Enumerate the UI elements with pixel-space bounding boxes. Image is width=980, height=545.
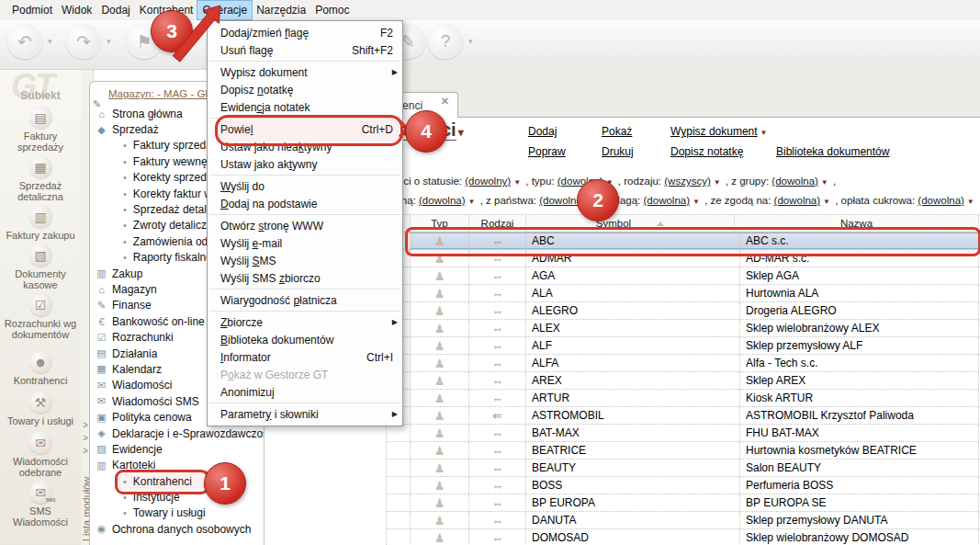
menu-item-wyslij-sms[interactable]: Wyślij SMS — [208, 252, 402, 269]
filter-value[interactable]: (dowolna) — [644, 195, 691, 206]
table-row-danuta[interactable]: ♟⇔DANUTASklep przemysłowy DANUTA — [387, 512, 979, 529]
action-link-popraw[interactable]: Popraw — [528, 145, 566, 158]
annotation-badge-4: 4 — [405, 110, 447, 153]
menu-item-wyslij-sms-zbiorczo[interactable]: Wyślij SMS zbiorczo — [208, 269, 402, 287]
sidebar-item-label: kasowe — [23, 279, 57, 290]
table-row-domosad[interactable]: ♟⇔DOMOSADSklep wielobranżowy DOMOSAD — [387, 529, 979, 545]
sidebar-item-wiadomosci-odebrane[interactable]: ✉Wiadomościodebrane — [0, 431, 81, 481]
filter-value[interactable]: (wszyscy) — [664, 176, 710, 187]
sidebar-item-rozrachunki-wg-dokumentow[interactable]: ☑Rozrachunki wgdokumentów — [0, 293, 81, 350]
filter-value[interactable]: (dowolna) — [918, 195, 964, 206]
menu-item-dodaj-na-podstawie[interactable]: Dodaj na podstawie — [208, 195, 402, 212]
menu-item-wyslij-e-mail[interactable]: Wyślij e-mail — [208, 234, 402, 252]
row-select-cell[interactable] — [387, 494, 411, 511]
table-row-alfa[interactable]: ♟⇔ALFAAlfa - Tech s.c. — [387, 355, 979, 372]
table-row-beauty[interactable]: ♟⇔BEAUTYSalon BEAUTY — [387, 460, 979, 477]
sidebar-item-faktury-zakupu[interactable]: ▥Faktury zakupu — [0, 205, 81, 244]
menubar-item-dodaj[interactable]: Dodaj — [96, 1, 134, 19]
row-select-cell[interactable] — [387, 529, 411, 545]
action-link-pokaz[interactable]: Pokaż — [602, 125, 632, 138]
menu-item-dodaj-zmien-flage[interactable]: Dodaj/zmień flagęF2 — [208, 24, 402, 41]
menu-item-parametry-i-slowniki[interactable]: Parametry i słowniki▶ — [208, 405, 402, 423]
filter-dropdown-icon[interactable]: ▼ — [693, 198, 700, 206]
table-row-bp-europa[interactable]: ♟⇔BP EUROPABP EUROPA SE — [387, 494, 979, 512]
sort-ascending-icon — [657, 221, 664, 226]
row-select-cell[interactable] — [387, 477, 411, 494]
sidebar-item-kontrahenci[interactable]: ☻Kontrahenci — [0, 350, 81, 391]
filter-label: , ze zgodą na: — [704, 195, 773, 206]
action-link-dopisz-notatke[interactable]: Dopisz notatkę — [670, 145, 743, 158]
table-row-beatrice[interactable]: ♟⇔BEATRICEHurtownia kosmetyków BEATRICE — [387, 442, 979, 460]
sidebar-item-sprzedaz-detaliczna[interactable]: ▦Sprzedażdetaliczna — [0, 155, 81, 205]
row-select-cell[interactable] — [387, 442, 411, 459]
table-row-boss[interactable]: ♟⇔BOSSPerfumeria BOSS — [387, 477, 979, 494]
tree-item-deklaracje-i-e-sprawozdawczosc[interactable]: ◈Deklaracje i e-Sprawozdawczość — [90, 426, 265, 441]
toolbar-help-icon[interactable]: ? — [428, 24, 463, 59]
action-link-biblioteka-dokumentow[interactable]: Biblioteka dokumentów — [776, 145, 889, 158]
menu-item-informator[interactable]: InformatorCtrl+I — [208, 348, 402, 366]
menu-item-dopisz-notatke[interactable]: Dopisz notatkę — [208, 81, 402, 98]
row-select-cell[interactable] — [387, 512, 411, 528]
menu-item-anonimizuj[interactable]: Anonimizuj — [208, 383, 402, 401]
toolbar-forward-arrow-icon[interactable]: ↷ — [66, 24, 101, 59]
toolbar-dropdown-icon[interactable]: ▾ — [107, 37, 111, 46]
sidebar-item-dokumenty-kasowe[interactable]: ▧Dokumentykasowe — [0, 244, 81, 293]
sidebar-item-sms-wiadomosci[interactable]: ✉SMSSMSWiadomości — [0, 481, 81, 532]
table-row-bat-max[interactable]: ♟⇔BAT-MAXFHU BAT-MAX — [387, 425, 979, 442]
filter-dropdown-icon[interactable]: ▼ — [821, 178, 828, 187]
bank-icon: € — [95, 316, 108, 327]
menu-item-biblioteka-dokumentow[interactable]: Biblioteka dokumentów — [208, 331, 402, 348]
table-row-artur[interactable]: ♟⇔ARTURKiosk ARTUR — [387, 390, 979, 407]
menubar-item-narzedzia[interactable]: Narzędzia — [252, 1, 310, 19]
filter-dropdown-icon[interactable]: ▼ — [823, 198, 830, 206]
table-row-alex[interactable]: ♟⇔ALEXSklep wielobranżowy ALEX — [387, 320, 979, 337]
action-link-wypisz-dokument[interactable]: Wypisz dokument▼ — [670, 125, 768, 138]
sidebar-item-faktury-sprzedazy[interactable]: ▤Fakturysprzedaży — [0, 106, 81, 155]
table-row-astromobil[interactable]: ♟⇐ASTROMOBILASTROMOBIL Krzysztof Paliwod… — [387, 407, 979, 425]
table-row-aga[interactable]: ♟⇔AGASklep AGA — [387, 267, 979, 285]
action-link-dodaj[interactable]: Dodaj — [528, 125, 557, 138]
menu-item-usun-flage[interactable]: Usuń flagęShift+F2 — [208, 41, 402, 59]
filter-value[interactable]: (dowolny) — [465, 176, 511, 187]
menu-item-wiarygodnosc-platnicza[interactable]: Wiarygodność płatnicza — [208, 291, 402, 309]
tree-item-ochrona-danych-osobowych[interactable]: ◉Ochrona danych osobowych — [90, 521, 265, 537]
tree-item-ewidencje[interactable]: ▨Ewidencje — [90, 441, 265, 457]
sidebar-item-towary-i-uslugi[interactable]: ⚒Towary i usługi — [0, 391, 81, 431]
filter-dropdown-icon[interactable]: ▼ — [967, 198, 974, 206]
row-select-cell[interactable] — [387, 460, 411, 476]
toolbar-back-arrow-icon[interactable]: ↶ — [7, 24, 42, 59]
cell-nazwa: Salon BEAUTY — [740, 460, 979, 476]
menu-item-ustaw-jako-aktywny[interactable]: Ustaw jako aktywny — [208, 155, 402, 173]
menu-item-ewidencja-notatek[interactable]: Ewidencja notatek — [208, 98, 402, 116]
filter-dropdown-icon[interactable]: ▼ — [468, 198, 476, 206]
menu-item-wyslij-do[interactable]: Wyślij do — [208, 177, 402, 195]
menubar-item-widok[interactable]: Widok — [57, 1, 96, 19]
filter-value[interactable]: (dowolna) — [419, 195, 466, 206]
filter-dropdown-icon[interactable]: ▼ — [513, 178, 521, 187]
dropdown-caret-icon[interactable]: ▼ — [760, 129, 768, 137]
sms-badge: SMS — [46, 497, 56, 503]
menu-item-otworz-strone-www[interactable]: Otwórz stronę WWW — [208, 217, 402, 234]
tab-close-icon[interactable]: ✕ — [441, 96, 449, 108]
table-row-arex[interactable]: ♟⇔AREXSklep AREX — [387, 372, 979, 390]
contractor-type-icon: ♟ — [411, 529, 469, 545]
menubar-item-pomoc[interactable]: Pomoc — [310, 1, 354, 19]
menu-item-zbiorcze[interactable]: Zbiorcze▶ — [208, 313, 402, 331]
purchase-icon: ▥ — [95, 267, 108, 279]
row-select-cell[interactable] — [387, 425, 411, 441]
tree-item-towary-i-uslugi[interactable]: •Towary i usługi — [90, 505, 265, 521]
table-row-ala[interactable]: ♟⇔ALAHurtownia ALA — [387, 285, 979, 302]
sidebar-item-label: Towary i usługi — [7, 415, 73, 426]
filter-dropdown-icon[interactable]: ▼ — [714, 178, 721, 187]
table-row-alegro[interactable]: ♟⇔ALEGRODrogeria ALEGRO — [387, 302, 979, 320]
filter-value[interactable]: (dowolna) — [774, 195, 821, 206]
toolbar-dropdown-icon[interactable]: ▾ — [48, 37, 52, 46]
menubar-item-podmiot[interactable]: Podmiot — [7, 1, 57, 19]
pin-icon[interactable]: ✎ — [93, 98, 101, 110]
filter-value[interactable]: (dowolna) — [772, 176, 818, 187]
title-dropdown-icon[interactable]: ▾ — [458, 126, 464, 139]
menu-item-wypisz-dokument[interactable]: Wypisz dokument▶ — [208, 63, 402, 81]
table-row-alf[interactable]: ♟⇔ALFSklep przemysłowy ALF — [387, 337, 979, 355]
toolbar-dropdown-icon[interactable]: ▾ — [468, 37, 473, 46]
action-link-drukuj[interactable]: Drukuj — [602, 145, 634, 158]
